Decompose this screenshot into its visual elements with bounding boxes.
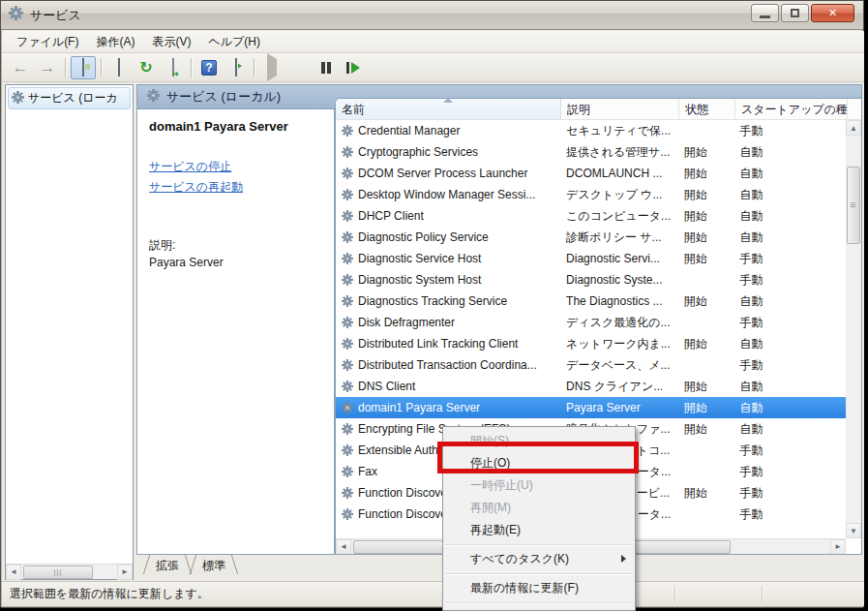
service-description: Diagnostic Syste... bbox=[560, 273, 678, 287]
restart-service-link[interactable]: サービスの再起動 bbox=[149, 179, 322, 196]
scroll-up-icon[interactable]: ▲ bbox=[846, 120, 861, 136]
service-status: 開始 bbox=[678, 336, 734, 352]
table-row[interactable]: DHCP Clientこのコンピュータ...開始自動 bbox=[336, 205, 846, 227]
vertical-scroll-thumb[interactable]: ☰ bbox=[847, 167, 860, 244]
service-context-menu: 開始(S)停止(O)一時停止(U)再開(M)再起動(E)すべてのタスク(K)最新… bbox=[442, 426, 636, 611]
menu-item-label: 再起動(E) bbox=[470, 523, 521, 536]
column-label: スタートアップの種類 bbox=[741, 103, 848, 116]
properties-button[interactable] bbox=[106, 56, 132, 79]
service-startup-type: 自動 bbox=[733, 229, 846, 246]
close-icon: ✕ bbox=[828, 7, 837, 19]
export-list-button[interactable] bbox=[161, 56, 186, 79]
service-description: ネットワーク内ま... bbox=[560, 336, 678, 352]
service-name: Fax bbox=[358, 465, 377, 478]
service-gear-icon bbox=[342, 295, 353, 307]
pause-service-button[interactable] bbox=[314, 56, 339, 79]
scroll-left-icon[interactable]: ◄ bbox=[336, 539, 351, 555]
service-gear-icon bbox=[342, 402, 353, 413]
scroll-down-icon[interactable]: ▼ bbox=[846, 523, 861, 538]
service-startup-type: 自動 bbox=[733, 166, 846, 182]
table-row[interactable]: Cryptographic Services提供される管理サ...開始自動 bbox=[336, 141, 846, 163]
service-startup-type: 手動 bbox=[733, 123, 846, 139]
stop-service-link[interactable]: サービスの停止 bbox=[149, 159, 322, 175]
description-label: 説明: bbox=[149, 236, 322, 254]
refresh-button[interactable]: ↻ bbox=[134, 56, 159, 79]
tab-label: 拡張 bbox=[156, 559, 179, 572]
context-menu-item-0: 開始(S) bbox=[443, 430, 635, 452]
tree-horizontal-scrollbar[interactable]: ◄ ||| ► bbox=[6, 564, 133, 579]
table-row[interactable]: Distributed Transaction Coordina...データベー… bbox=[336, 354, 846, 376]
services-mmc-window: サービス ✕ ファイル(F)操作(A)表示(V)ヘルプ(H) ←→↻? サービス… bbox=[0, 0, 864, 608]
service-gear-icon bbox=[342, 231, 353, 243]
column-header-1[interactable]: 説明 bbox=[561, 99, 679, 119]
minimize-button[interactable] bbox=[751, 4, 779, 22]
back-button[interactable]: ← bbox=[8, 56, 33, 79]
menu-item-label: 開始(S) bbox=[470, 434, 509, 447]
context-menu-item-4[interactable]: 再起動(E) bbox=[443, 519, 635, 541]
table-row[interactable]: DCOM Server Process LauncherDCOMLAUNCH .… bbox=[336, 163, 846, 184]
services-gear-icon bbox=[12, 91, 24, 107]
service-description: ディスク最適化の... bbox=[560, 315, 678, 331]
table-row[interactable]: Diagnostic System HostDiagnostic Syste..… bbox=[336, 269, 846, 290]
tree-item-services-local[interactable]: サービス (ローカ bbox=[8, 87, 131, 109]
table-row[interactable]: Disk Defragmenterディスク最適化の...手動 bbox=[336, 312, 846, 333]
show-console-tree-button[interactable] bbox=[71, 56, 96, 79]
table-row[interactable]: DNS ClientDNS クライアン...開始自動 bbox=[336, 376, 846, 397]
restart-service-icon bbox=[346, 62, 360, 74]
service-name: DCOM Server Process Launcher bbox=[358, 167, 527, 180]
start-service-button[interactable] bbox=[259, 56, 284, 79]
title-bar[interactable]: サービス ✕ bbox=[1, 1, 863, 30]
menu-item-0[interactable]: ファイル(F) bbox=[8, 31, 87, 53]
service-startup-type: 手動 bbox=[733, 251, 846, 267]
service-status: 開始 bbox=[678, 187, 734, 203]
column-header-2[interactable]: 状態 bbox=[679, 99, 735, 119]
show-action-pane-button[interactable] bbox=[224, 56, 249, 79]
table-row[interactable]: Desktop Window Manager Sessi...デスクトップ ウ.… bbox=[336, 184, 846, 205]
service-gear-icon bbox=[342, 466, 353, 477]
context-menu-item-6[interactable]: 最新の情報に更新(F) bbox=[443, 577, 635, 599]
minimize-icon bbox=[760, 15, 770, 18]
stop-service-button[interactable] bbox=[286, 56, 312, 79]
table-row[interactable]: Diagnostic Policy Service診断ポリシー サ...開始自動 bbox=[336, 227, 846, 248]
tab-standard[interactable]: 標準 bbox=[191, 555, 237, 578]
column-header-3[interactable]: スタートアップの種類 bbox=[735, 99, 848, 119]
scroll-right-icon[interactable]: ► bbox=[830, 539, 846, 555]
tree-scroll-thumb[interactable]: ||| bbox=[23, 565, 93, 579]
menu-item-3[interactable]: ヘルプ(H) bbox=[199, 31, 269, 53]
context-menu-item-1[interactable]: 停止(O) bbox=[443, 452, 635, 474]
tab-extended[interactable]: 拡張 bbox=[144, 555, 191, 578]
context-menu-item-7[interactable]: プロパティ(R) bbox=[443, 606, 635, 611]
selected-service-title: domain1 Payara Server bbox=[149, 119, 322, 134]
menu-item-label: 一時停止(U) bbox=[470, 478, 533, 492]
service-startup-type: 自動 bbox=[733, 144, 846, 161]
service-name: DHCP Client bbox=[358, 209, 424, 223]
service-startup-type: 手動 bbox=[733, 464, 846, 480]
service-description: Payara Server bbox=[560, 401, 678, 414]
context-menu-item-5[interactable]: すべてのタスク(K) bbox=[443, 548, 635, 570]
start-service-icon bbox=[267, 59, 277, 76]
column-header-0[interactable]: 名前 bbox=[336, 99, 561, 119]
service-startup-type: 自動 bbox=[733, 208, 846, 225]
help-button[interactable]: ? bbox=[196, 56, 222, 79]
vertical-scrollbar[interactable]: ▲ ☰ ▼ bbox=[846, 120, 861, 538]
table-row[interactable]: Diagnostic Service HostDiagnostic Servi.… bbox=[336, 248, 846, 269]
menu-item-1[interactable]: 操作(A) bbox=[87, 31, 143, 53]
close-button[interactable]: ✕ bbox=[811, 4, 854, 22]
menu-item-2[interactable]: 表示(V) bbox=[143, 31, 199, 53]
table-row[interactable]: Diagnostics Tracking ServiceThe Diagnost… bbox=[336, 290, 846, 312]
table-row[interactable]: domain1 Payara ServerPayara Server開始自動 bbox=[336, 397, 846, 418]
service-description: 提供される管理サ... bbox=[560, 144, 678, 161]
restart-service-button[interactable] bbox=[341, 56, 366, 79]
service-startup-type: 自動 bbox=[733, 379, 846, 395]
forward-button[interactable]: → bbox=[35, 56, 60, 79]
service-name: Cryptographic Services bbox=[358, 145, 478, 159]
column-label: 説明 bbox=[567, 103, 590, 116]
menu-separator bbox=[445, 602, 633, 603]
table-row[interactable]: Credential Managerセキュリティで保...手動 bbox=[336, 120, 846, 141]
table-row[interactable]: Distributed Link Tracking Clientネットワーク内ま… bbox=[336, 333, 846, 354]
service-startup-type: 手動 bbox=[733, 506, 846, 523]
scroll-left-icon[interactable]: ◄ bbox=[6, 565, 21, 580]
restore-button[interactable] bbox=[781, 4, 809, 22]
scroll-right-icon[interactable]: ► bbox=[117, 565, 133, 580]
column-label: 名前 bbox=[342, 103, 365, 116]
